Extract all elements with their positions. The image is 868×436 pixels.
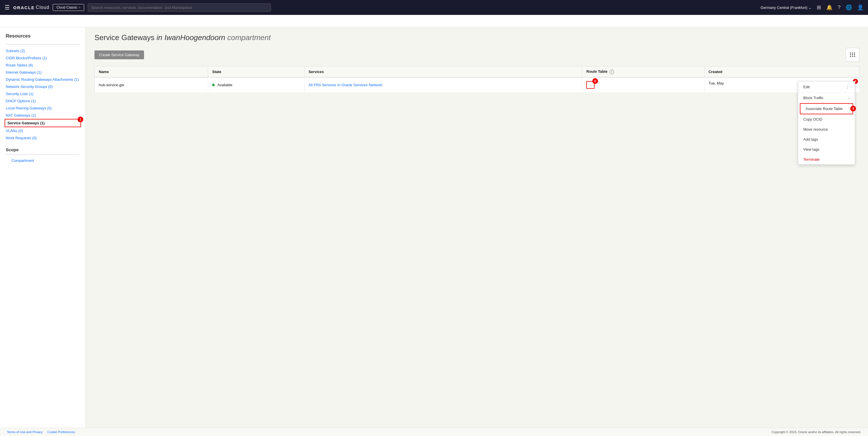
sidebar-item-nsg[interactable]: Network Security Groups (0)	[0, 83, 86, 90]
footer-left: Terms of Use and Privacy Cookie Preferen…	[7, 430, 75, 434]
sidebar-scope-title: Scope	[6, 147, 80, 152]
sidebar-compartment-label[interactable]: Compartment	[6, 157, 80, 164]
table-row: hub-service-gw Available All FRA Service…	[95, 77, 860, 93]
sidebar-item-vlans[interactable]: VLANs (0)	[0, 127, 86, 134]
sidebar-item-dhcp[interactable]: DHCP Options (1)	[0, 97, 86, 105]
create-service-gateway-button[interactable]: Create Service Gateway	[94, 51, 144, 59]
cell-state: Available	[208, 77, 304, 93]
sidebar: Resources Subnets (2) CIDR Blocks/Prefix…	[0, 28, 86, 428]
toolbar: Create Service Gateway	[94, 48, 860, 62]
svg-point-3	[850, 54, 851, 55]
region-label: Germany Central (Frankfurt)	[761, 5, 807, 10]
sidebar-item-drg-attachments[interactable]: Dynamic Routing Gateways Attachments (1)	[0, 76, 86, 83]
cloud-classic-button[interactable]: Cloud Classic ›	[53, 4, 84, 11]
terms-link[interactable]: Terms of Use and Privacy	[7, 430, 43, 434]
actions-dropdown-menu: Edit ⋮ Block Traffic › Associate Route T…	[798, 81, 855, 165]
status-available-dot	[212, 84, 215, 86]
top-navigation: ☰ ORACLE Cloud Cloud Classic › Germany C…	[0, 0, 868, 15]
svg-point-1	[852, 52, 853, 54]
region-chevron: ⌄	[808, 5, 812, 10]
services-link[interactable]: All FRA Services In Oracle Services Netw…	[309, 83, 382, 87]
cell-route-table: - 2	[582, 77, 704, 93]
svg-point-8	[854, 56, 855, 57]
grid-view-icon	[849, 52, 856, 58]
route-table-value: - 2	[586, 81, 594, 89]
svg-point-6	[850, 56, 851, 57]
svg-point-0	[850, 52, 851, 54]
dropdown-terminate[interactable]: Terminate	[798, 154, 855, 165]
sidebar-item-work-requests[interactable]: Work Requests (0)	[0, 134, 86, 142]
badge-2: 2	[592, 78, 598, 84]
dropdown-copy-ocid[interactable]: Copy OCID	[798, 114, 855, 124]
svg-point-2	[854, 52, 855, 54]
svg-point-5	[854, 54, 855, 55]
route-table-info-icon[interactable]: i	[610, 69, 614, 74]
hamburger-menu[interactable]: ☰	[5, 4, 10, 11]
page-title: Service Gateways in IwanHoogendoorn comp…	[94, 33, 860, 42]
page-header: Service Gateways in IwanHoogendoorn comp…	[94, 33, 860, 42]
footer-copyright: Copyright © 2024, Oracle and/or its affi…	[772, 430, 861, 434]
nav-right: Germany Central (Frankfurt) ⌄ ⊞ 🔔 ? 🌐 👤	[761, 4, 863, 10]
badge-1: 1	[78, 117, 83, 122]
main-layout: Resources Subnets (2) CIDR Blocks/Prefix…	[0, 28, 868, 428]
col-created: Created	[704, 66, 859, 77]
dropdown-edit[interactable]: Edit ⋮	[798, 81, 855, 93]
badge-4: 4	[850, 106, 856, 111]
svg-point-7	[852, 56, 853, 57]
oracle-text: ORACLE	[13, 5, 35, 10]
sidebar-item-subnets[interactable]: Subnets (2)	[0, 47, 86, 54]
dropdown-view-tags[interactable]: View tags	[798, 144, 855, 154]
bell-icon[interactable]: 🔔	[826, 4, 833, 10]
sidebar-item-cidr[interactable]: CIDR Blocks/Prefixes (1)	[0, 54, 86, 62]
region-selector[interactable]: Germany Central (Frankfurt) ⌄	[761, 5, 812, 10]
globe-icon[interactable]: 🌐	[846, 4, 852, 10]
console-icon[interactable]: ⊞	[817, 4, 821, 10]
service-gateways-table: Name State Services Route Table i Create…	[94, 66, 860, 93]
sidebar-item-route-tables[interactable]: Route Tables (6)	[0, 62, 86, 69]
cell-created: Tue, May ⋮ 3 Edit ⋮	[704, 77, 859, 93]
oracle-logo: ORACLE Cloud	[13, 5, 49, 10]
row-actions: ⋮ 3 Edit ⋮ Block Traffic	[847, 81, 855, 89]
col-services: Services	[304, 66, 582, 77]
dropdown-associate-route-table[interactable]: Associate Route Table 4	[800, 103, 853, 114]
dropdown-block-traffic[interactable]: Block Traffic ›	[798, 93, 855, 103]
sidebar-resources-title: Resources	[6, 33, 80, 39]
user-icon[interactable]: 👤	[857, 4, 863, 10]
help-icon[interactable]: ?	[838, 5, 840, 10]
dropdown-move-resource[interactable]: Move resource	[798, 124, 855, 134]
cell-services: All FRA Services In Oracle Services Netw…	[304, 77, 582, 93]
col-name: Name	[95, 66, 208, 77]
sidebar-divider	[6, 44, 80, 45]
scroll-area-top	[0, 15, 868, 28]
cloud-text: Cloud	[36, 5, 49, 10]
footer: Terms of Use and Privacy Cookie Preferen…	[0, 428, 868, 436]
chevron-right-icon: ›	[848, 96, 850, 100]
sidebar-item-nat-gateways[interactable]: NAT Gateways (1)	[0, 112, 86, 119]
main-content: Service Gateways in IwanHoogendoorn comp…	[86, 28, 868, 428]
sidebar-item-internet-gateways[interactable]: Internet Gateways (1)	[0, 69, 86, 76]
sidebar-item-local-peering[interactable]: Local Peering Gateways (0)	[0, 105, 86, 112]
search-input[interactable]	[88, 3, 271, 12]
col-route-table: Route Table i	[582, 66, 704, 77]
dropdown-add-tags[interactable]: Add tags	[798, 134, 855, 144]
svg-point-4	[852, 54, 853, 55]
more-options-icon[interactable]: ⋮	[845, 84, 850, 90]
scope-divider	[6, 154, 80, 155]
sidebar-scope-section: Scope Compartment	[0, 142, 86, 164]
cell-name: hub-service-gw	[95, 77, 208, 93]
col-state: State	[208, 66, 304, 77]
cookie-link[interactable]: Cookie Preferences	[47, 430, 75, 434]
sidebar-item-service-gateways[interactable]: Service Gateways (1) 1	[5, 119, 81, 127]
view-options-button[interactable]	[846, 48, 860, 62]
sidebar-resources-section: Resources	[0, 33, 86, 44]
sidebar-item-security-lists[interactable]: Security Lists (1)	[0, 90, 86, 97]
